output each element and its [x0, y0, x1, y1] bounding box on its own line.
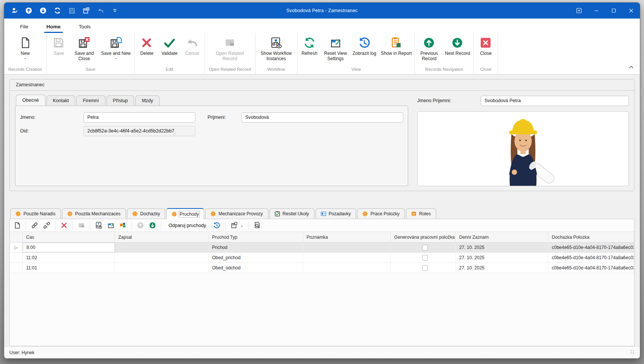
down-circle-icon[interactable]	[40, 7, 46, 14]
checkbox[interactable]	[422, 245, 428, 250]
cell-generovana[interactable]	[391, 263, 456, 273]
column-header-cas[interactable]: Cas	[23, 232, 115, 242]
link-icon[interactable]	[31, 222, 38, 229]
tab-mzdy[interactable]: Mzdy	[135, 95, 159, 106]
maximize-icon[interactable]	[605, 3, 622, 19]
save-button[interactable]: Save	[48, 35, 70, 56]
save-and-close-button[interactable]: Save and Close	[70, 35, 98, 62]
cell-denni-zaznam[interactable]: 27. 10. 2025	[456, 243, 548, 252]
tab-kontakt[interactable]: Kontakt	[46, 95, 75, 106]
zobrazit-log-button[interactable]: Zobrazit log	[351, 35, 378, 56]
next-record-button[interactable]: Next Record	[443, 35, 472, 56]
delete-button[interactable]: Delete	[136, 35, 158, 56]
column-header-denni-zaznam[interactable]: Denni Zaznam	[456, 232, 548, 242]
move-up-icon[interactable]	[137, 222, 144, 229]
cell-poznamka[interactable]	[303, 253, 391, 263]
cell-generovana[interactable]	[391, 253, 456, 263]
employee-photo[interactable]	[417, 111, 629, 186]
cell-denni-zaznam[interactable]: 27. 10. 2025	[456, 263, 548, 273]
odparuj-pruchody-button[interactable]: Odparuj pruchody	[166, 221, 208, 230]
save-all-icon[interactable]	[83, 7, 90, 14]
cell-cas[interactable]: 11:01	[23, 263, 115, 273]
tiles-icon[interactable]	[119, 222, 127, 229]
checkbox[interactable]	[422, 265, 428, 271]
cell-pruchod-typ[interactable]: Obed_odchod	[209, 263, 303, 273]
dropdown-chevron-icon[interactable]: ⌄	[240, 223, 243, 227]
close-window-icon[interactable]	[622, 3, 640, 19]
cell-dochazka-polozka[interactable]: c0be4e65-d10e-4a04-8170-174a8a6ec038	[548, 263, 634, 273]
history-log-icon[interactable]	[213, 222, 220, 229]
save-and-new-button[interactable]: Save and New ⌄	[98, 35, 133, 59]
refresh-icon[interactable]	[54, 7, 61, 14]
open-related-record-button[interactable]: Open Related Record	[209, 35, 251, 62]
collapse-ribbon-icon[interactable]	[629, 64, 634, 70]
user-edit-icon[interactable]	[11, 7, 18, 14]
tab-pouzita-mechanizaces[interactable]: Pouzita Mechanizaces	[62, 208, 126, 219]
tab-obecne[interactable]: Obecné	[16, 95, 45, 106]
tab-pozadavky[interactable]: Pozadavky	[316, 208, 356, 219]
tab-mechanizace-provozy[interactable]: Mechanizace Provozy	[205, 208, 268, 219]
tab-prace-polozky[interactable]: Prace Polozky	[357, 208, 405, 219]
column-header-zapsal[interactable]: Zapsal	[115, 232, 209, 242]
column-header-pruchod-typ[interactable]: Pruchod Typ	[209, 232, 303, 242]
tab-roles[interactable]: Roles	[406, 208, 436, 219]
tab-pristup[interactable]: Přístup	[107, 95, 135, 106]
column-header-generovana[interactable]: Generována pracovní položka	[391, 232, 456, 242]
resize-grip[interactable]	[630, 350, 635, 355]
ribbon-display-icon[interactable]	[570, 3, 588, 19]
cell-cas[interactable]: 8:00	[23, 243, 115, 252]
cell-pruchod-typ[interactable]: Prichod	[209, 243, 303, 252]
tab-firemni[interactable]: Firemní	[76, 95, 105, 106]
cell-poznamka[interactable]	[303, 263, 391, 273]
validate-button[interactable]: Validate	[158, 35, 180, 56]
new-record-icon[interactable]	[14, 222, 21, 229]
cell-zapsal[interactable]	[115, 243, 209, 252]
cell-zapsal[interactable]	[115, 253, 209, 263]
oid-field[interactable]: 2cb8f52a-3e4c-46f4-a5e2-4cd5b2d22bb7	[84, 126, 195, 136]
save-icon[interactable]	[68, 7, 75, 14]
tab-home[interactable]: Home	[38, 21, 69, 33]
checkbox[interactable]	[422, 255, 428, 261]
preview-icon[interactable]	[254, 222, 261, 229]
tab-resitel-ukoly[interactable]: Resitel Ukoly	[269, 208, 314, 219]
move-down-icon[interactable]	[149, 222, 156, 229]
cell-zapsal[interactable]	[115, 263, 209, 273]
minimize-icon[interactable]	[588, 3, 605, 19]
tab-tools[interactable]: Tools	[70, 21, 99, 33]
tab-pouzite-naradis[interactable]: Pouzite Naradis	[10, 208, 61, 219]
cell-dochazka-polozka[interactable]: c0be4e65-d10e-4a04-8170-174a8a6ec038	[548, 253, 634, 263]
table-row[interactable]: 11:02 Obed_prichod 27. 10. 2025 c0be4e65…	[10, 253, 634, 263]
open-related-icon[interactable]	[78, 222, 85, 229]
cell-poznamka[interactable]	[303, 243, 391, 252]
close-button[interactable]: Close	[475, 35, 497, 56]
workflow-icon[interactable]	[95, 222, 102, 229]
table-row[interactable]: ▷ 8:00 Prichod 27. 10. 2025 c0be4e65-d10…	[10, 243, 634, 253]
up-circle-icon[interactable]	[25, 7, 32, 14]
reset-view-icon[interactable]	[107, 222, 115, 229]
unlink-icon[interactable]	[43, 222, 50, 229]
save-layout-icon[interactable]	[231, 222, 238, 229]
cell-generovana[interactable]	[391, 243, 456, 252]
qat-dropdown-icon[interactable]	[111, 7, 118, 14]
undo-icon[interactable]	[97, 7, 104, 14]
cell-pruchod-typ[interactable]: Obed_prichod	[209, 253, 303, 263]
tab-dochazky[interactable]: Dochazky	[127, 208, 166, 219]
delete-x-icon[interactable]	[60, 222, 68, 229]
cell-denni-zaznam[interactable]: 27. 10. 2025	[456, 253, 548, 263]
reset-view-settings-button[interactable]: Reset View Settings	[321, 35, 350, 62]
refresh-button[interactable]: Refresh	[299, 35, 320, 56]
tab-pruchody[interactable]: Pruchody	[166, 208, 204, 219]
column-header-poznamka[interactable]: Poznamka	[303, 232, 391, 242]
cell-cas[interactable]: 11:02	[23, 253, 115, 263]
prijmeni-field[interactable]: Svobodová	[242, 112, 403, 123]
jmeno-prijemni-field[interactable]: Svobodová Petra	[481, 96, 629, 106]
jmeno-field[interactable]: Petra	[84, 112, 195, 123]
cancel-button[interactable]: Cancel	[181, 35, 203, 56]
table-row[interactable]: 11:01 Obed_odchod 27. 10. 2025 c0be4e65-…	[10, 263, 634, 273]
show-in-report-button[interactable]: Show in Report	[379, 35, 413, 56]
tab-file[interactable]: File	[12, 21, 37, 33]
cell-dochazka-polozka[interactable]: c0be4e65-d10e-4a04-8170-174a8a6ec038	[548, 243, 634, 252]
new-button[interactable]: New ⌄	[14, 35, 36, 59]
column-header-dochazka-polozka[interactable]: Dochazka Polozka	[548, 232, 634, 242]
show-workflow-instances-button[interactable]: Show Workflow Instances	[257, 35, 296, 62]
